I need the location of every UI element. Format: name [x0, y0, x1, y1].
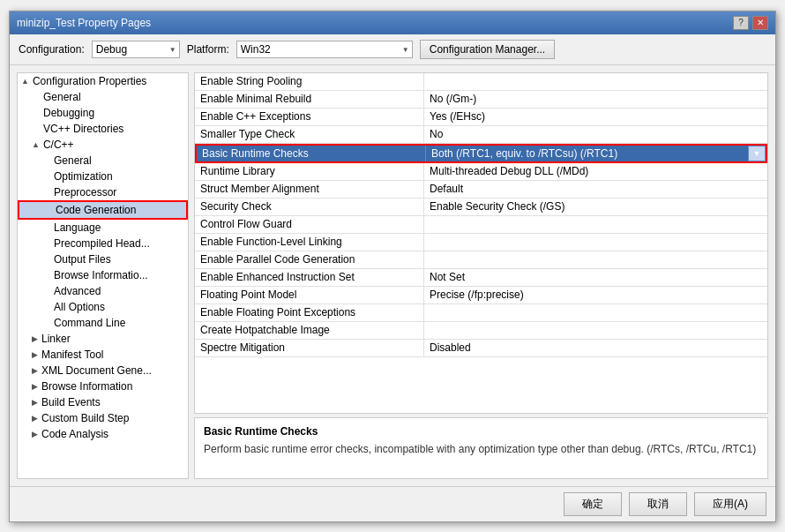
sidebar-item-browse-info2[interactable]: ▶Browse Information: [18, 378, 188, 394]
prop-value-3: No: [424, 126, 767, 143]
cancel-button[interactable]: 取消: [629, 492, 687, 516]
sidebar-item-code-analysis[interactable]: ▶Code Analysis: [18, 426, 188, 442]
sidebar-label-browse-info: Browse Informatio...: [54, 269, 148, 281]
sidebar-label-cpp-general: General: [54, 154, 92, 167]
sidebar-item-code-gen[interactable]: Code Generation: [18, 200, 188, 220]
prop-name-11: Enable Enhanced Instruction Set: [195, 269, 424, 286]
prop-value-7: Enable Security Check (/GS): [424, 199, 767, 215]
props-table: Enable String PoolingEnable Minimal Rebu…: [194, 72, 768, 414]
prop-value-5: Multi-threaded Debug DLL (/MDd): [424, 163, 767, 180]
sidebar-item-advanced[interactable]: Advanced: [18, 283, 188, 299]
sidebar-item-cpp[interactable]: ▲C/C++: [18, 137, 188, 153]
platform-select-wrapper[interactable]: Win32: [236, 41, 413, 58]
prop-name-3: Smaller Type Check: [195, 126, 424, 143]
close-button[interactable]: ✕: [752, 16, 768, 30]
prop-row-0[interactable]: Enable String Pooling: [195, 73, 767, 91]
sidebar-item-language[interactable]: Language: [18, 220, 188, 236]
sidebar-label-all-options: All Options: [54, 301, 105, 313]
prop-value-1: No (/Gm-): [424, 91, 767, 108]
prop-name-10: Enable Parallel Code Generation: [195, 251, 424, 268]
sidebar-item-all-options[interactable]: All Options: [18, 299, 188, 315]
sidebar-item-precompiled[interactable]: Precompiled Head...: [18, 236, 188, 251]
sidebar-item-browse-info[interactable]: Browse Informatio...: [18, 267, 188, 283]
sidebar-label-cpp: C/C++: [43, 139, 74, 151]
sidebar-label-xml-doc: XML Document Gene...: [41, 364, 152, 377]
right-panel: Enable String PoolingEnable Minimal Rebu…: [194, 72, 768, 479]
prop-value-9: [424, 234, 767, 251]
sidebar-item-custom-build[interactable]: ▶Custom Build Step: [18, 410, 188, 426]
prop-value-6: Default: [424, 181, 767, 198]
prop-row-14[interactable]: Create Hotpatchable Image: [195, 322, 767, 340]
prop-row-7[interactable]: Security CheckEnable Security Check (/GS…: [195, 199, 767, 216]
dropdown-indicator-4[interactable]: ▼: [748, 146, 766, 161]
prop-row-4[interactable]: Basic Runtime ChecksBoth (/RTC1, equiv. …: [195, 144, 767, 163]
config-select-wrapper[interactable]: Debug: [92, 41, 180, 58]
config-manager-button[interactable]: Configuration Manager...: [420, 40, 555, 59]
expand-icon-manifest: ▶: [32, 350, 38, 359]
config-label: Configuration:: [19, 43, 85, 56]
sidebar-item-cpp-general[interactable]: General: [18, 153, 188, 169]
sidebar-item-vc-dirs[interactable]: VC++ Directories: [18, 121, 188, 137]
prop-row-5[interactable]: Runtime LibraryMulti-threaded Debug DLL …: [195, 163, 767, 181]
prop-row-15[interactable]: Spectre MitigationDisabled: [195, 340, 767, 357]
prop-row-8[interactable]: Control Flow Guard: [195, 216, 767, 234]
prop-row-9[interactable]: Enable Function-Level Linking: [195, 234, 767, 251]
prop-name-5: Runtime Library: [195, 163, 424, 180]
prop-value-8: [424, 216, 767, 233]
prop-name-0: Enable String Pooling: [195, 73, 424, 90]
sidebar-item-build-events[interactable]: ▶Build Events: [18, 394, 188, 410]
description-text: Perform basic runtime error checks, inco…: [204, 441, 759, 457]
prop-row-11[interactable]: Enable Enhanced Instruction SetNot Set: [195, 269, 767, 287]
sidebar-item-linker[interactable]: ▶Linker: [18, 331, 188, 347]
prop-row-10[interactable]: Enable Parallel Code Generation: [195, 251, 767, 269]
prop-row-3[interactable]: Smaller Type CheckNo: [195, 126, 767, 144]
prop-row-6[interactable]: Struct Member AlignmentDefault: [195, 181, 767, 199]
window-title: minizip_Test Property Pages: [17, 17, 151, 29]
sidebar-item-config-props[interactable]: ▲Configuration Properties: [18, 73, 188, 89]
prop-name-9: Enable Function-Level Linking: [195, 234, 424, 251]
prop-name-2: Enable C++ Exceptions: [195, 109, 424, 125]
sidebar-item-optimization[interactable]: Optimization: [18, 169, 188, 184]
sidebar-item-xml-doc[interactable]: ▶XML Document Gene...: [18, 363, 188, 378]
prop-row-12[interactable]: Floating Point ModelPrecise (/fp:precise…: [195, 287, 767, 304]
prop-value-12: Precise (/fp:precise): [424, 287, 767, 303]
description-box: Basic Runtime Checks Perform basic runti…: [194, 417, 768, 479]
sidebar-label-advanced: Advanced: [54, 285, 101, 297]
sidebar-label-preprocessor: Preprocessor: [54, 186, 116, 199]
expand-icon-xml-doc: ▶: [32, 366, 38, 375]
apply-button[interactable]: 应用(A): [694, 492, 766, 516]
sidebar-item-preprocessor[interactable]: Preprocessor: [18, 184, 188, 200]
sidebar-item-output-files[interactable]: Output Files: [18, 251, 188, 267]
help-button[interactable]: ?: [733, 16, 749, 30]
expand-icon-custom-build: ▶: [32, 414, 38, 423]
sidebar-item-manifest[interactable]: ▶Manifest Tool: [18, 347, 188, 363]
sidebar-label-optimization: Optimization: [54, 170, 113, 183]
title-bar: minizip_Test Property Pages ? ✕: [10, 11, 775, 34]
prop-value-15: Disabled: [424, 340, 767, 356]
prop-value-14: [424, 322, 767, 339]
prop-name-12: Floating Point Model: [195, 287, 424, 303]
prop-value-11: Not Set: [424, 269, 767, 286]
prop-name-1: Enable Minimal Rebuild: [195, 91, 424, 108]
ok-button[interactable]: 确定: [564, 492, 622, 516]
sidebar-label-code-gen: Code Generation: [56, 204, 136, 216]
sidebar-label-custom-build: Custom Build Step: [41, 412, 129, 424]
prop-value-10: [424, 251, 767, 268]
bottom-bar: 确定 取消 应用(A): [10, 486, 775, 521]
sidebar-item-debugging[interactable]: Debugging: [18, 105, 188, 121]
prop-row-1[interactable]: Enable Minimal RebuildNo (/Gm-): [195, 91, 767, 109]
prop-name-6: Struct Member Alignment: [195, 181, 424, 198]
config-select[interactable]: Debug: [92, 41, 180, 58]
platform-select[interactable]: Win32: [236, 41, 413, 58]
prop-row-2[interactable]: Enable C++ ExceptionsYes (/EHsc): [195, 109, 767, 126]
sidebar-label-debugging: Debugging: [43, 107, 94, 119]
prop-name-4: Basic Runtime Checks: [197, 146, 426, 161]
sidebar-item-general[interactable]: General: [18, 89, 188, 105]
sidebar-label-cmdline: Command Line: [54, 317, 125, 329]
expand-icon-linker: ▶: [32, 334, 38, 343]
sidebar-item-cmdline[interactable]: Command Line: [18, 315, 188, 331]
sidebar-label-build-events: Build Events: [41, 396, 101, 408]
platform-label: Platform:: [187, 43, 229, 56]
prop-row-13[interactable]: Enable Floating Point Exceptions: [195, 304, 767, 322]
prop-name-14: Create Hotpatchable Image: [195, 322, 424, 339]
